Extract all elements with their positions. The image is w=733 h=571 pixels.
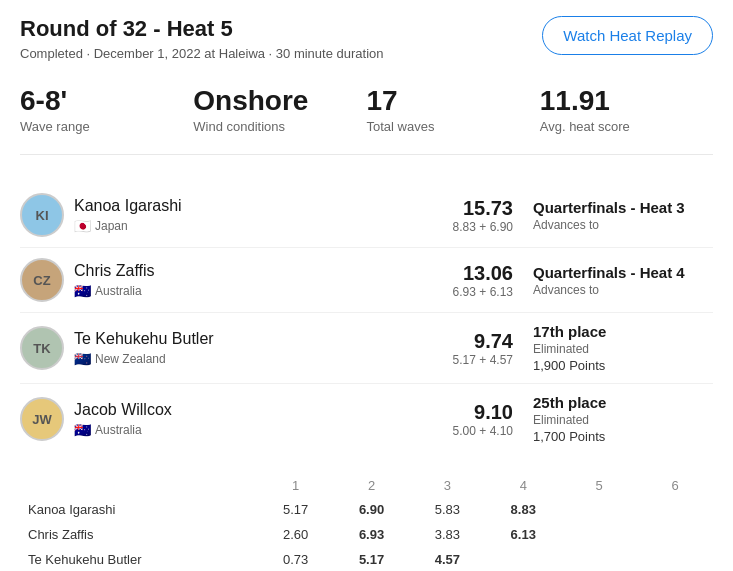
surfer-breakdown: 8.83 + 6.90 [443, 220, 513, 234]
surfer-country-name: Australia [95, 284, 142, 298]
score-table-row: Te Kehukehu Butler0.735.174.57 [20, 547, 713, 571]
surfer-breakdown: 5.00 + 4.10 [443, 424, 513, 438]
surfer-breakdown: 6.93 + 6.13 [443, 285, 513, 299]
surfer-row: TK Te Kehukehu Butler 🇳🇿 New Zealand 9.7… [20, 313, 713, 384]
stat-block-3: 11.91 Avg. heat score [540, 85, 713, 134]
score-cell-1-2: 3.83 [409, 522, 485, 547]
surfer-country-name: New Zealand [95, 352, 166, 366]
surfer-flag: 🇯🇵 [74, 218, 91, 234]
result-title: 17th place [533, 323, 713, 340]
score-surfer-name: Chris Zaffis [20, 522, 258, 547]
stat-block-2: 17 Total waves [367, 85, 540, 134]
score-table-body: Kanoa Igarashi5.176.905.838.83Chris Zaff… [20, 497, 713, 571]
result-points: 1,900 Points [533, 358, 713, 373]
result-sub: Eliminated [533, 342, 713, 356]
score-cell-0-2: 5.83 [409, 497, 485, 522]
surfer-name: Te Kehukehu Butler [74, 330, 443, 348]
heat-meta: Completed · December 1, 2022 at Haleiwa … [20, 46, 384, 61]
score-cell-0-4 [561, 497, 637, 522]
score-cell-0-0: 5.17 [258, 497, 334, 522]
surfer-flag: 🇦🇺 [74, 422, 91, 438]
score-surfer-name: Te Kehukehu Butler [20, 547, 258, 571]
avatar: JW [20, 397, 64, 441]
score-col-header-5: 5 [561, 474, 637, 497]
score-table: 123456 Kanoa Igarashi5.176.905.838.83Chr… [20, 474, 713, 571]
surfer-result-block: Quarterfinals - Heat 4 Advances to [533, 264, 713, 297]
surfer-score-block: 9.10 5.00 + 4.10 [443, 401, 513, 438]
score-cell-1-1: 6.93 [334, 522, 410, 547]
surfer-country: 🇯🇵 Japan [74, 218, 443, 234]
avatar: TK [20, 326, 64, 370]
header-info: Round of 32 - Heat 5 Completed · Decembe… [20, 16, 384, 61]
surfer-country-name: Japan [95, 219, 128, 233]
score-cell-2-1: 5.17 [334, 547, 410, 571]
stat-value-0: 6-8' [20, 85, 193, 117]
surfer-info: Kanoa Igarashi 🇯🇵 Japan [74, 197, 443, 234]
surfer-name: Kanoa Igarashi [74, 197, 443, 215]
stat-label-0: Wave range [20, 119, 193, 134]
score-cell-1-4 [561, 522, 637, 547]
result-sub: Advances to [533, 283, 713, 297]
heat-date: · [87, 46, 94, 61]
surfer-country: 🇦🇺 Australia [74, 422, 443, 438]
score-cell-1-0: 2.60 [258, 522, 334, 547]
watch-replay-button[interactable]: Watch Heat Replay [542, 16, 713, 55]
score-col-header-0 [20, 474, 258, 497]
surfer-list: KI Kanoa Igarashi 🇯🇵 Japan 15.73 8.83 + … [20, 183, 713, 454]
surfer-row: KI Kanoa Igarashi 🇯🇵 Japan 15.73 8.83 + … [20, 183, 713, 248]
score-cell-1-3: 6.13 [485, 522, 561, 547]
heat-status: Completed [20, 46, 83, 61]
surfer-total: 13.06 [443, 262, 513, 285]
score-cell-2-0: 0.73 [258, 547, 334, 571]
stat-label-3: Avg. heat score [540, 119, 713, 134]
surfer-country: 🇳🇿 New Zealand [74, 351, 443, 367]
surfer-row: JW Jacob Willcox 🇦🇺 Australia 9.10 5.00 … [20, 384, 713, 454]
heat-header: Round of 32 - Heat 5 Completed · Decembe… [20, 16, 713, 61]
surfer-country-name: Australia [95, 423, 142, 437]
score-surfer-name: Kanoa Igarashi [20, 497, 258, 522]
surfer-score-block: 15.73 8.83 + 6.90 [443, 197, 513, 234]
surfer-score-block: 9.74 5.17 + 4.57 [443, 330, 513, 367]
result-sub: Advances to [533, 218, 713, 232]
score-col-header-6: 6 [637, 474, 713, 497]
surfer-result-block: 25th place Eliminated 1,700 Points [533, 394, 713, 444]
surfer-flag: 🇳🇿 [74, 351, 91, 367]
score-cell-0-5 [637, 497, 713, 522]
surfer-info: Jacob Willcox 🇦🇺 Australia [74, 401, 443, 438]
surfer-breakdown: 5.17 + 4.57 [443, 353, 513, 367]
surfer-result-block: 17th place Eliminated 1,900 Points [533, 323, 713, 373]
result-title: Quarterfinals - Heat 3 [533, 199, 713, 216]
surfer-total: 15.73 [443, 197, 513, 220]
surfer-row: CZ Chris Zaffis 🇦🇺 Australia 13.06 6.93 … [20, 248, 713, 313]
scorecard: 123456 Kanoa Igarashi5.176.905.838.83Chr… [20, 474, 713, 571]
result-points: 1,700 Points [533, 429, 713, 444]
surfer-name: Jacob Willcox [74, 401, 443, 419]
score-col-header-4: 4 [485, 474, 561, 497]
score-col-header-3: 3 [409, 474, 485, 497]
stat-label-2: Total waves [367, 119, 540, 134]
score-cell-2-5 [637, 547, 713, 571]
heat-date-text: December 1, 2022 at Haleiwa · 30 minute … [94, 46, 384, 61]
score-cell-1-5 [637, 522, 713, 547]
score-table-header: 123456 [20, 474, 713, 497]
stats-row: 6-8' Wave range Onshore Wind conditions … [20, 85, 713, 155]
surfer-info: Chris Zaffis 🇦🇺 Australia [74, 262, 443, 299]
surfer-name: Chris Zaffis [74, 262, 443, 280]
score-cell-2-4 [561, 547, 637, 571]
result-title: 25th place [533, 394, 713, 411]
score-cell-2-2: 4.57 [409, 547, 485, 571]
score-cell-0-1: 6.90 [334, 497, 410, 522]
avatar: KI [20, 193, 64, 237]
surfer-total: 9.10 [443, 401, 513, 424]
surfer-result-block: Quarterfinals - Heat 3 Advances to [533, 199, 713, 232]
stat-label-1: Wind conditions [193, 119, 366, 134]
surfer-country: 🇦🇺 Australia [74, 283, 443, 299]
score-cell-0-3: 8.83 [485, 497, 561, 522]
score-table-row: Kanoa Igarashi5.176.905.838.83 [20, 497, 713, 522]
surfer-total: 9.74 [443, 330, 513, 353]
stat-value-2: 17 [367, 85, 540, 117]
score-col-header-1: 1 [258, 474, 334, 497]
score-table-row: Chris Zaffis2.606.933.836.13 [20, 522, 713, 547]
stat-block-1: Onshore Wind conditions [193, 85, 366, 134]
score-col-header-2: 2 [334, 474, 410, 497]
